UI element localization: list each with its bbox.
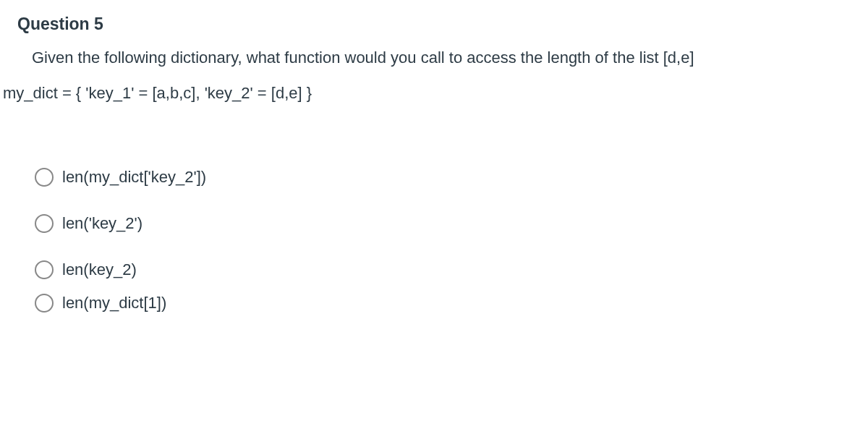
radio-icon[interactable]: [35, 168, 54, 187]
radio-icon[interactable]: [35, 260, 54, 279]
option-label: len('key_2'): [62, 214, 142, 233]
radio-icon[interactable]: [35, 214, 54, 233]
question-title: Question 5: [17, 14, 851, 34]
options-group: len(my_dict['key_2']) len('key_2') len(k…: [32, 168, 851, 313]
option-4[interactable]: len(my_dict[1]): [35, 294, 851, 313]
question-body: Given the following dictionary, what fun…: [17, 47, 851, 69]
question-code: my_dict = { 'key_1' = [a,b,c], 'key_2' =…: [3, 84, 851, 103]
option-label: len(key_2): [62, 260, 137, 279]
radio-icon[interactable]: [35, 294, 54, 313]
option-3[interactable]: len(key_2): [35, 260, 851, 279]
option-label: len(my_dict[1]): [62, 294, 166, 313]
option-2[interactable]: len('key_2'): [35, 214, 851, 233]
option-label: len(my_dict['key_2']): [62, 168, 206, 187]
option-1[interactable]: len(my_dict['key_2']): [35, 168, 851, 187]
question-prompt: Given the following dictionary, what fun…: [32, 47, 851, 69]
